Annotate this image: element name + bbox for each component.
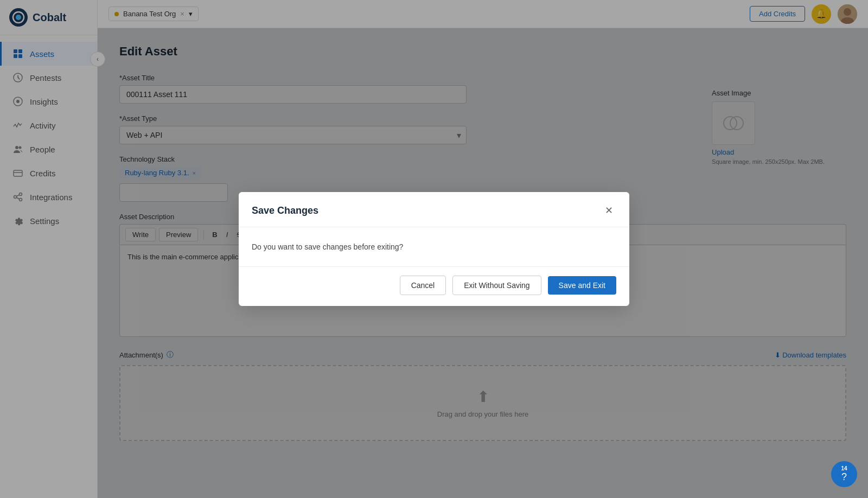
modal-overlay: Save Changes ✕ Do you want to save chang… — [0, 0, 868, 498]
modal-close-button[interactable]: ✕ — [601, 203, 616, 218]
modal-header: Save Changes ✕ — [239, 192, 629, 227]
help-bubble[interactable]: 14 ? — [831, 461, 857, 487]
save-changes-modal: Save Changes ✕ Do you want to save chang… — [239, 192, 629, 306]
modal-title: Save Changes — [252, 205, 318, 216]
help-question-icon: ? — [841, 471, 847, 483]
save-and-exit-button[interactable]: Save and Exit — [548, 276, 616, 295]
exit-without-saving-button[interactable]: Exit Without Saving — [452, 276, 541, 295]
help-count: 14 — [841, 466, 847, 471]
modal-footer: Cancel Exit Without Saving Save and Exit — [239, 266, 629, 306]
cancel-button[interactable]: Cancel — [400, 276, 446, 295]
modal-body: Do you want to save changes before exiti… — [239, 227, 629, 266]
modal-body-text: Do you want to save changes before exiti… — [252, 242, 403, 251]
close-icon: ✕ — [605, 205, 613, 216]
